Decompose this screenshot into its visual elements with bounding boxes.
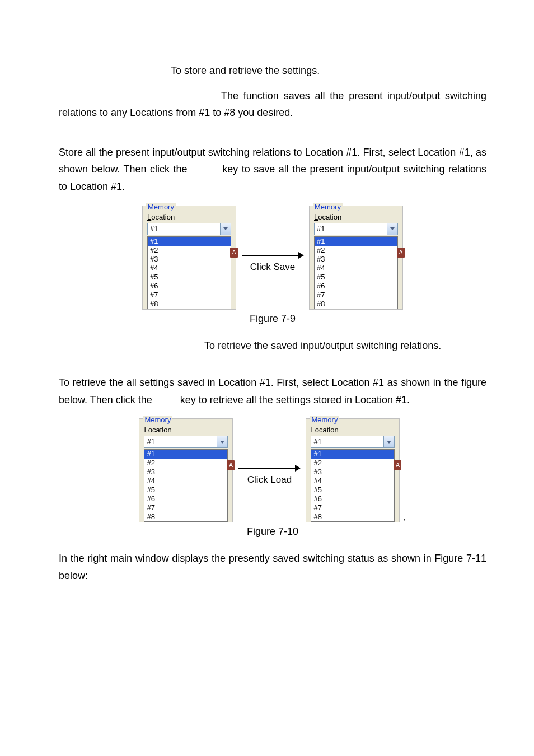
memory-panel-right-1: Memory Location #1 #1 #2 #3 #4 #5 #6 #7 … xyxy=(309,206,403,310)
combo-dropdown-button[interactable] xyxy=(217,436,227,447)
arrow-area: Click Load xyxy=(233,418,306,486)
list-item[interactable]: #3 xyxy=(144,468,227,477)
combo-dropdown-button[interactable] xyxy=(383,436,394,447)
memory-panel-left-2: Memory Location #1 #1 #2 #3 #4 #5 #6 #7 … xyxy=(139,418,233,522)
list-item[interactable]: #5 xyxy=(315,273,397,282)
top-rule xyxy=(59,45,486,45)
list-item[interactable]: #5 xyxy=(311,486,394,494)
annotation-marker: A xyxy=(394,460,401,470)
location-combo-value: #1 xyxy=(311,436,383,447)
list-item[interactable]: #3 xyxy=(148,255,231,264)
location-label: Location xyxy=(314,213,398,221)
annotation-marker: A xyxy=(397,248,405,258)
arrow-right-icon xyxy=(238,468,300,469)
fieldset-label: Memory xyxy=(310,416,339,424)
paragraph-right-window: In the right main window displays the pr… xyxy=(59,550,486,584)
combo-dropdown-button[interactable] xyxy=(387,223,397,235)
location-combo[interactable]: #1 xyxy=(314,223,398,235)
list-item[interactable]: #6 xyxy=(311,494,394,503)
list-item[interactable]: #1 xyxy=(148,237,231,246)
list-item[interactable]: #8 xyxy=(315,300,397,309)
list-item[interactable]: #8 xyxy=(144,512,227,521)
figure-7-10: Memory Location #1 #1 #2 #3 #4 #5 #6 #7 … xyxy=(59,418,486,522)
list-item[interactable]: #1 xyxy=(315,237,397,246)
location-combo[interactable]: #1 xyxy=(144,436,228,448)
list-item[interactable]: #6 xyxy=(315,282,397,291)
document-page: To store and retrieve the settings. The … xyxy=(0,0,534,756)
list-item[interactable]: #4 xyxy=(148,264,231,273)
list-item[interactable]: #8 xyxy=(311,512,394,521)
list-item[interactable]: #2 xyxy=(144,459,227,468)
figure-7-9-caption: Figure 7-9 xyxy=(59,313,486,325)
list-item[interactable]: #1 xyxy=(144,450,227,459)
fieldset-label: Memory xyxy=(313,203,343,211)
location-listbox[interactable]: #1 #2 #3 #4 #5 #6 #7 #8 xyxy=(144,449,228,522)
location-combo-value: #1 xyxy=(315,223,387,235)
chevron-down-icon xyxy=(223,227,228,230)
list-item[interactable]: #6 xyxy=(144,494,227,503)
figure-7-10-caption: Figure 7-10 xyxy=(59,526,486,538)
paragraph-function-summary: To store and retrieve the settings. xyxy=(59,62,486,80)
chevron-down-icon xyxy=(220,441,224,444)
location-combo-value: #1 xyxy=(148,223,220,235)
location-combo-value: #1 xyxy=(144,436,217,447)
list-item[interactable]: #7 xyxy=(148,291,231,300)
location-label: Location xyxy=(311,426,395,434)
combo-dropdown-button[interactable] xyxy=(220,223,231,235)
chevron-down-icon xyxy=(390,227,395,230)
list-item[interactable]: #2 xyxy=(311,459,394,468)
fieldset-label: Memory xyxy=(143,416,172,424)
list-item[interactable]: #4 xyxy=(315,264,397,273)
fieldset-label: Memory xyxy=(146,203,176,211)
list-item[interactable]: #4 xyxy=(144,477,227,486)
paragraph-retrieve-example-b: key to retrieve all the settings stored … xyxy=(180,394,410,405)
annotation-marker: A xyxy=(230,248,238,258)
list-item[interactable]: #7 xyxy=(144,503,227,512)
list-item[interactable]: #6 xyxy=(148,282,231,291)
list-item[interactable]: #7 xyxy=(315,291,397,300)
paragraph-save-desc: The function saves all the present input… xyxy=(59,87,486,122)
location-combo[interactable]: #1 xyxy=(311,436,395,448)
list-item[interactable]: #2 xyxy=(148,246,231,255)
location-combo[interactable]: #1 xyxy=(147,223,231,235)
list-item[interactable]: #7 xyxy=(311,503,394,512)
arrow-area: Click Save xyxy=(236,206,309,273)
annotation-marker: A xyxy=(227,460,235,470)
location-label: Location xyxy=(144,426,228,434)
list-item[interactable]: #1 xyxy=(311,450,394,459)
location-listbox[interactable]: #1 #2 #3 #4 #5 #6 #7 #8 xyxy=(311,449,395,522)
list-item[interactable]: #2 xyxy=(315,246,397,255)
chevron-down-icon xyxy=(387,441,391,444)
memory-panel-right-2: Memory Location #1 #1 #2 #3 #4 #5 #6 #7 … xyxy=(306,418,400,522)
list-item[interactable]: #5 xyxy=(148,273,231,282)
paragraph-retrieve-summary: To retrieve the saved input/output switc… xyxy=(59,337,486,354)
paragraph-retrieve-example: To retrieve the all settings saved in Lo… xyxy=(59,374,486,408)
arrow-right-icon xyxy=(242,255,303,256)
list-item[interactable]: #4 xyxy=(311,477,394,486)
trailing-comma: , xyxy=(403,511,406,522)
arrow-label: Click Save xyxy=(250,262,295,273)
location-listbox[interactable]: #1 #2 #3 #4 #5 #6 #7 #8 xyxy=(147,236,231,309)
paragraph-save-desc-text: The function saves all the present input… xyxy=(59,90,486,119)
list-item[interactable]: #3 xyxy=(315,255,397,264)
list-item[interactable]: #5 xyxy=(144,486,227,494)
memory-panel-left-1: Memory Location #1 #1 #2 #3 #4 #5 #6 #7 … xyxy=(142,206,236,310)
location-label: Location xyxy=(147,213,231,221)
list-item[interactable]: #3 xyxy=(311,468,394,477)
paragraph-store-example: Store all the present input/output switc… xyxy=(59,144,486,195)
arrow-label: Click Load xyxy=(247,474,292,486)
list-item[interactable]: #8 xyxy=(148,300,231,309)
figure-7-9: Memory Location #1 #1 #2 #3 #4 #5 #6 #7 … xyxy=(59,206,486,310)
location-listbox[interactable]: #1 #2 #3 #4 #5 #6 #7 #8 xyxy=(314,236,398,309)
